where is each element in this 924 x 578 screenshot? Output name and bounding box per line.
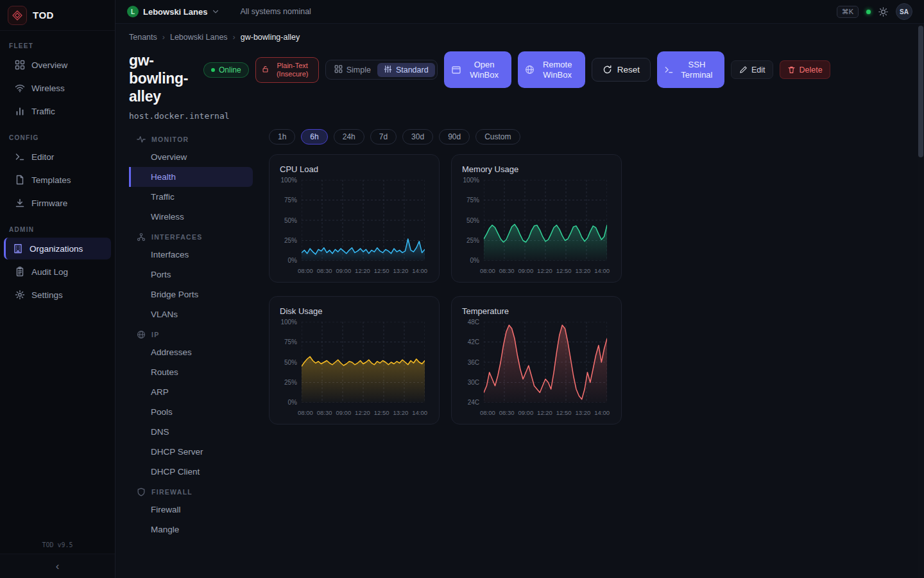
chart-title: Disk Usage [280, 306, 429, 316]
sidebar-item-editor[interactable]: Editor [4, 146, 111, 168]
subnav-item-firewall[interactable]: Firewall [129, 500, 253, 520]
chevron-right-icon: › [162, 33, 165, 42]
time-range-24h[interactable]: 24h [334, 129, 364, 144]
sidebar-item-label: Wireless [31, 83, 65, 93]
time-range-6h[interactable]: 6h [301, 129, 327, 144]
theme-toggle-button[interactable] [878, 7, 888, 17]
chart-card-memory-usage: Memory Usage 100%75%50%25%0% 08:0008:300… [451, 154, 622, 283]
sidebar-section-fleet: FLEET [9, 42, 106, 49]
view-mode-simple[interactable]: Simple [328, 63, 377, 77]
sidebar-item-organizations[interactable]: Organizations [4, 238, 111, 259]
sidebar-item-label: Editor [31, 152, 54, 162]
reset-button[interactable]: Reset [592, 58, 651, 82]
subnav-item-arp[interactable]: ARP [129, 382, 253, 402]
cpu-load-chart: 100%75%50%25%0% 08:0008:3009:0012:2012:5… [280, 180, 429, 274]
time-range-30d[interactable]: 30d [402, 129, 433, 144]
clipboard-icon [15, 267, 25, 277]
app-window-icon [451, 65, 461, 75]
subnav-group-firewall: FIREWALL [129, 482, 253, 500]
insecure-badge: Plain-Text (Insecure) [255, 57, 319, 83]
chart-card-disk-usage: Disk Usage 100%75%50%25%0% 08:0008:3009:… [269, 296, 440, 425]
y-axis-labels: 100%75%50%25%0% [280, 177, 302, 264]
time-range-custom[interactable]: Custom [475, 129, 520, 144]
sidebar-item-overview[interactable]: Overview [4, 54, 111, 76]
subnav-item-traffic[interactable]: Traffic [129, 187, 253, 207]
sidebar-item-label: Traffic [31, 107, 55, 116]
edit-button[interactable]: Edit [731, 60, 774, 79]
system-status-text: All systems nominal [240, 7, 311, 16]
sidebar-item-templates[interactable]: Templates [4, 169, 111, 191]
sidebar-item-label: Firmware [31, 198, 67, 208]
subnav-item-health[interactable]: Health [129, 167, 253, 187]
view-mode-toggle: Simple Standard [325, 60, 438, 80]
breadcrumb-current: gw-bowling-alley [241, 33, 300, 42]
device-controls: Online Plain-Text (Insecure) Simple [203, 51, 830, 88]
subnav-item-wireless[interactable]: Wireless [129, 207, 253, 227]
chart-plot [484, 180, 607, 261]
subnav-item-overview[interactable]: Overview [129, 147, 253, 167]
terminal-icon [664, 65, 674, 74]
time-range-90d[interactable]: 90d [439, 129, 470, 144]
temperature-chart: 48C42C36C30C24C 08:0008:3009:0012:2012:5… [462, 322, 611, 416]
scrollbar-thumb[interactable] [918, 26, 923, 157]
topbar: L Lebowski Lanes All systems nominal ⌘K … [116, 0, 924, 24]
app-root: TOD FLEET Overview Wireless Traffic CONF… [0, 0, 924, 578]
time-range-1h[interactable]: 1h [269, 129, 295, 144]
scrollbar[interactable] [918, 24, 924, 578]
time-range-7d[interactable]: 7d [370, 129, 397, 144]
sun-icon [878, 7, 888, 17]
subnav-group-monitor: MONITOR [129, 129, 253, 147]
subnav-item-pools[interactable]: Pools [129, 402, 253, 422]
trash-icon [787, 66, 796, 74]
file-icon [15, 175, 25, 185]
breadcrumb-tenant[interactable]: Lebowski Lanes [170, 33, 228, 42]
ssh-terminal-button[interactable]: SSH Terminal [657, 51, 724, 88]
subnav-item-bridge-ports[interactable]: Bridge Ports [129, 285, 253, 304]
terminal-icon [15, 152, 25, 162]
sidebar-item-label: Audit Log [31, 267, 68, 277]
user-avatar[interactable]: SA [896, 3, 912, 20]
sidebar-item-settings[interactable]: Settings [4, 284, 111, 306]
subnav-group-ip: IP [129, 324, 253, 342]
sidebar-item-label: Overview [31, 60, 67, 70]
gear-icon [15, 290, 25, 300]
page-title: gw-bowling-alley [129, 51, 189, 105]
sidebar-item-audit-log[interactable]: Audit Log [4, 261, 111, 283]
collapse-sidebar-button[interactable]: ‹ [0, 554, 115, 578]
chevron-down-icon [212, 8, 219, 15]
subnav-item-dhcp-client[interactable]: DHCP Client [129, 462, 253, 482]
subnav-item-vlans[interactable]: VLANs [129, 304, 253, 324]
network-icon [137, 232, 146, 241]
sidebar-item-firmware[interactable]: Firmware [4, 192, 111, 214]
breadcrumb-tenants[interactable]: Tenants [129, 33, 157, 42]
y-axis-labels: 48C42C36C30C24C [462, 319, 484, 406]
download-icon [15, 198, 25, 208]
remote-winbox-button[interactable]: Remote WinBox [518, 51, 585, 88]
activity-icon [137, 135, 146, 144]
device-host: host.docker.internal [129, 111, 909, 121]
sidebar-item-wireless[interactable]: Wireless [4, 77, 111, 99]
pencil-icon [739, 66, 748, 74]
subnav-item-ports[interactable]: Ports [129, 265, 253, 285]
command-palette-shortcut[interactable]: ⌘K [837, 6, 859, 18]
subnav-item-interfaces[interactable]: Interfaces [129, 245, 253, 265]
subnav-item-addresses[interactable]: Addresses [129, 342, 253, 362]
subnav-item-dns[interactable]: DNS [129, 422, 253, 442]
delete-button[interactable]: Delete [780, 60, 830, 79]
breadcrumb: Tenants › Lebowski Lanes › gw-bowling-al… [129, 33, 909, 42]
disk-usage-chart: 100%75%50%25%0% 08:0008:3009:0012:2012:5… [280, 322, 429, 416]
chart-card-cpu-load: CPU Load 100%75%50%25%0% 08:0008:3009:00… [269, 154, 440, 283]
health-status-dot [866, 10, 871, 14]
unlock-icon [262, 66, 269, 74]
view-mode-standard[interactable]: Standard [377, 63, 435, 77]
globe-icon [525, 65, 535, 74]
subnav-item-dhcp-server[interactable]: DHCP Server [129, 442, 253, 462]
globe-icon [137, 330, 146, 339]
subnav-item-routes[interactable]: Routes [129, 362, 253, 382]
subnav-item-mangle[interactable]: Mangle [129, 520, 253, 539]
charts-grid: CPU Load 100%75%50%25%0% 08:0008:3009:00… [269, 154, 622, 425]
open-winbox-button[interactable]: Open WinBox [444, 51, 511, 88]
sidebar-item-traffic[interactable]: Traffic [4, 100, 111, 122]
device-header: gw-bowling-alley Online Plain-Text (Inse… [129, 51, 909, 121]
tenant-selector[interactable]: L Lebowski Lanes [127, 6, 219, 17]
